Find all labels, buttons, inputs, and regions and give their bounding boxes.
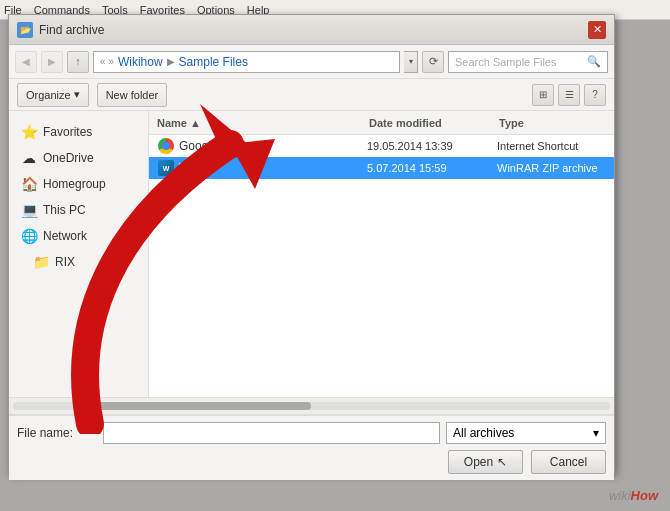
path-root: « » xyxy=(100,56,114,67)
homegroup-icon: 🏠 xyxy=(21,176,37,192)
filetype-dropdown[interactable]: All archives ▾ xyxy=(446,422,606,444)
close-button[interactable]: ✕ xyxy=(588,21,606,39)
col-date-header[interactable]: Date modified xyxy=(369,117,499,129)
filename-label: File name: xyxy=(17,426,97,440)
new-folder-label: New folder xyxy=(106,89,159,101)
nav-homegroup-label: Homegroup xyxy=(43,177,106,191)
path-separator: ▶ xyxy=(167,56,175,67)
chrome-filename: Google Chrome xyxy=(179,139,367,153)
organize-arrow: ▾ xyxy=(74,88,80,101)
scrollbar-thumb xyxy=(73,402,312,410)
button-row: Open ↖ Cancel xyxy=(17,450,606,474)
title-bar-left: 📂 Find archive xyxy=(17,22,104,38)
search-icon: 🔍 xyxy=(587,55,601,68)
search-placeholder: Search Sample Files xyxy=(455,56,583,68)
dialog-title: Find archive xyxy=(39,23,104,37)
network-icon: 🌐 xyxy=(21,228,37,244)
toolbar: Organize ▾ New folder ⊞ ☰ ? xyxy=(9,79,614,111)
chrome-file-icon xyxy=(157,137,175,155)
file-header: Name ▲ Date modified Type xyxy=(149,111,614,135)
col-name-header[interactable]: Name ▲ xyxy=(149,117,369,129)
open-button[interactable]: Open ↖ xyxy=(448,450,523,474)
chrome-date: 19.05.2014 13:39 xyxy=(367,140,497,152)
winrar-filename: Winrar xyxy=(179,161,367,175)
filename-input[interactable] xyxy=(103,422,440,444)
view-button-list[interactable]: ☰ xyxy=(558,84,580,106)
dialog-icon: 📂 xyxy=(17,22,33,38)
find-archive-dialog: 📂 Find archive ✕ ◀ ▶ ↑ « » Wikihow ▶ Sam… xyxy=(8,14,615,474)
file-row-chrome[interactable]: Google Chrome 19.05.2014 13:39 Internet … xyxy=(149,135,614,157)
nav-thispc[interactable]: 💻 This PC xyxy=(9,197,148,223)
filetype-label: All archives xyxy=(453,426,514,440)
path-wikihow[interactable]: Wikihow xyxy=(118,55,163,69)
filetype-arrow: ▾ xyxy=(593,426,599,440)
view-button-grid[interactable]: ⊞ xyxy=(532,84,554,106)
winrar-file-icon: W xyxy=(157,159,175,177)
nav-onedrive-label: OneDrive xyxy=(43,151,94,165)
how-text: How xyxy=(631,488,658,503)
file-panel: Name ▲ Date modified Type Google Chrome … xyxy=(149,111,614,397)
file-row-winrar[interactable]: W Winrar 5.07.2014 15:59 WinRAR ZIP arch… xyxy=(149,157,614,179)
nav-network[interactable]: 🌐 Network xyxy=(9,223,148,249)
back-button[interactable]: ◀ xyxy=(15,51,37,73)
wikihow-watermark: wikiHow xyxy=(609,488,658,503)
toolbar-right: ⊞ ☰ ? xyxy=(532,84,606,106)
chrome-type: Internet Shortcut xyxy=(497,140,614,152)
sort-arrow: ▲ xyxy=(190,117,201,129)
cancel-button[interactable]: Cancel xyxy=(531,450,606,474)
bottom-bar: File name: All archives ▾ Open ↖ Cancel xyxy=(9,415,614,480)
nav-network-label: Network xyxy=(43,229,87,243)
nav-favorites[interactable]: ⭐ Favorites xyxy=(9,119,148,145)
winrar-type: WinRAR ZIP archive xyxy=(497,162,614,174)
wiki-text: wiki xyxy=(609,488,631,503)
nav-homegroup[interactable]: 🏠 Homegroup xyxy=(9,171,148,197)
title-bar-controls: ✕ xyxy=(588,21,606,39)
nav-onedrive[interactable]: ☁ OneDrive xyxy=(9,145,148,171)
rix-icon: 📁 xyxy=(33,254,49,270)
nav-favorites-label: Favorites xyxy=(43,125,92,139)
open-label: Open xyxy=(464,455,493,469)
new-folder-button[interactable]: New folder xyxy=(97,83,168,107)
content-area: ⭐ Favorites ☁ OneDrive 🏠 Homegroup 💻 Thi… xyxy=(9,111,614,397)
thispc-icon: 💻 xyxy=(21,202,37,218)
col-type-header[interactable]: Type xyxy=(499,117,614,129)
favorites-icon: ⭐ xyxy=(21,124,37,140)
address-path[interactable]: « » Wikihow ▶ Sample Files xyxy=(93,51,400,73)
nav-rix[interactable]: 📁 RIX xyxy=(9,249,148,275)
help-button[interactable]: ? xyxy=(584,84,606,106)
refresh-button[interactable]: ⟳ xyxy=(422,51,444,73)
winrar-date: 5.07.2014 15:59 xyxy=(367,162,497,174)
search-box[interactable]: Search Sample Files 🔍 xyxy=(448,51,608,73)
path-current[interactable]: Sample Files xyxy=(179,55,248,69)
up-button[interactable]: ↑ xyxy=(67,51,89,73)
organize-label: Organize xyxy=(26,89,71,101)
address-dropdown[interactable]: ▾ xyxy=(404,51,418,73)
title-bar: 📂 Find archive ✕ xyxy=(9,15,614,45)
nav-rix-label: RIX xyxy=(55,255,75,269)
horizontal-scrollbar[interactable] xyxy=(9,397,614,415)
onedrive-icon: ☁ xyxy=(21,150,37,166)
cursor-icon: ↖ xyxy=(497,455,507,469)
nav-thispc-label: This PC xyxy=(43,203,86,217)
scrollbar-track xyxy=(13,402,610,410)
filename-row: File name: All archives ▾ xyxy=(17,422,606,444)
nav-panel: ⭐ Favorites ☁ OneDrive 🏠 Homegroup 💻 Thi… xyxy=(9,111,149,397)
organize-button[interactable]: Organize ▾ xyxy=(17,83,89,107)
forward-button[interactable]: ▶ xyxy=(41,51,63,73)
address-bar: ◀ ▶ ↑ « » Wikihow ▶ Sample Files ▾ ⟳ Sea… xyxy=(9,45,614,79)
cancel-label: Cancel xyxy=(550,455,587,469)
